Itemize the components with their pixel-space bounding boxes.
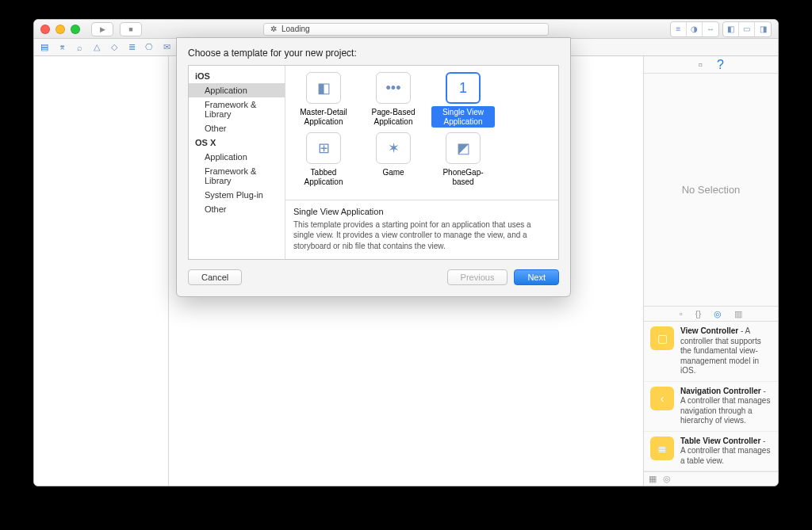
navigator-panel bbox=[34, 56, 169, 486]
code-snippet-lib-icon[interactable]: {} bbox=[695, 309, 701, 318]
lib-filter-icon[interactable]: ◎ bbox=[663, 474, 671, 484]
assistant-editor-icon[interactable]: ◑ bbox=[687, 22, 703, 36]
standard-editor-icon[interactable]: ≡ bbox=[671, 22, 687, 36]
template-label: Tabbed Application bbox=[292, 166, 355, 188]
issue-nav-icon[interactable]: △ bbox=[91, 42, 102, 52]
media-lib-icon[interactable]: ▥ bbox=[734, 309, 742, 319]
library-item-icon: ≣ bbox=[650, 437, 674, 460]
find-nav-icon[interactable]: ⌕ bbox=[74, 43, 85, 52]
zoom-window[interactable] bbox=[71, 25, 80, 34]
template-label: Master-Detail Application bbox=[292, 106, 355, 128]
template-icon: ••• bbox=[376, 72, 411, 104]
test-nav-icon[interactable]: ◇ bbox=[109, 42, 120, 52]
template-icon: ✶ bbox=[376, 132, 411, 164]
cancel-button[interactable]: Cancel bbox=[188, 269, 242, 285]
library-item-icon: ▢ bbox=[650, 326, 674, 350]
quickhelp-inspector-icon[interactable]: ? bbox=[717, 58, 724, 72]
category-item[interactable]: Application bbox=[189, 150, 285, 164]
minimize-window[interactable] bbox=[56, 25, 65, 34]
library-item-icon: ‹ bbox=[650, 387, 674, 410]
template-item[interactable]: ⊞ Tabbed Application bbox=[292, 132, 355, 188]
library-item[interactable]: ‹ Navigation Controller - A controller t… bbox=[644, 382, 778, 432]
template-grid: ◧ Master-Detail Application••• Page-Base… bbox=[285, 66, 558, 200]
category-item[interactable]: Other bbox=[189, 202, 285, 216]
desc-body: This template provides a starting point … bbox=[293, 219, 550, 252]
inspector-empty: No Selection bbox=[644, 74, 778, 306]
library-item-text: Navigation Controller - A controller tha… bbox=[680, 387, 772, 426]
template-item[interactable]: ◩ PhoneGap-based bbox=[431, 132, 495, 188]
run-button[interactable]: ▶ bbox=[91, 22, 113, 36]
library-item-text: View Controller - A controller that supp… bbox=[680, 326, 772, 376]
stop-button[interactable]: ■ bbox=[120, 22, 142, 36]
library-footer: ▦ ◎ bbox=[644, 471, 778, 486]
category-sidebar: iOSApplicationFramework & LibraryOtherOS… bbox=[189, 66, 285, 259]
library-list[interactable]: ▢ View Controller - A controller that su… bbox=[644, 322, 778, 471]
category-item[interactable]: Other bbox=[189, 121, 285, 135]
template-item[interactable]: 1 Single View Application bbox=[431, 72, 495, 128]
editor-mode-seg[interactable]: ≡ ◑ ↔ bbox=[670, 21, 719, 37]
no-selection-label: No Selection bbox=[682, 184, 741, 196]
library-item-text: Table View Controller - A controller tha… bbox=[680, 437, 772, 467]
template-label: Game bbox=[380, 166, 406, 179]
category-item[interactable]: Framework & Library bbox=[189, 164, 285, 188]
template-item[interactable]: ••• Page-Based Application bbox=[362, 72, 425, 128]
file-template-lib-icon[interactable]: ▫ bbox=[680, 309, 683, 318]
category-item[interactable]: Application bbox=[189, 83, 285, 97]
template-description: Single View Application This template pr… bbox=[285, 200, 558, 260]
inspector-panel: ▫ ? No Selection ▫ {} ◎ ▥ ▢ View Control… bbox=[643, 56, 778, 486]
category-header: iOS bbox=[189, 69, 285, 83]
toggle-utilities-icon[interactable]: ◨ bbox=[755, 22, 771, 36]
desc-heading: Single View Application bbox=[293, 207, 550, 216]
category-item[interactable]: Framework & Library bbox=[189, 97, 285, 121]
toggle-debug-icon[interactable]: ▭ bbox=[739, 22, 755, 36]
next-button[interactable]: Next bbox=[514, 269, 559, 285]
activity-text: Loading bbox=[282, 25, 310, 33]
traffic-lights bbox=[40, 25, 80, 34]
template-icon: ◩ bbox=[446, 132, 481, 164]
library-item[interactable]: ▢ View Controller - A controller that su… bbox=[644, 322, 778, 382]
sheet-title: Choose a template for your new project: bbox=[188, 48, 559, 59]
template-icon: ◧ bbox=[306, 72, 341, 104]
library-tabs: ▫ {} ◎ ▥ bbox=[644, 306, 778, 322]
activity-viewer: ✲ Loading bbox=[263, 23, 549, 36]
template-label: Single View Application bbox=[431, 106, 495, 128]
lib-grid-icon[interactable]: ▦ bbox=[649, 474, 657, 484]
file-inspector-icon[interactable]: ▫ bbox=[698, 58, 703, 72]
template-item[interactable]: ✶ Game bbox=[362, 132, 425, 188]
category-header: OS X bbox=[189, 135, 285, 150]
report-nav-icon[interactable]: ✉ bbox=[161, 42, 172, 52]
template-icon: 1 bbox=[446, 72, 481, 104]
library-item[interactable]: ≣ Table View Controller - A controller t… bbox=[644, 432, 778, 472]
breakpoint-nav-icon[interactable]: ⎔ bbox=[144, 42, 155, 52]
symbol-nav-icon[interactable]: ⌆ bbox=[56, 42, 67, 52]
spinner-icon: ✲ bbox=[270, 25, 277, 33]
inspector-tabs: ▫ ? bbox=[644, 56, 778, 74]
category-item[interactable]: System Plug-in bbox=[189, 188, 285, 202]
previous-button: Previous bbox=[447, 269, 508, 285]
template-label: Page-Based Application bbox=[362, 106, 425, 128]
toggle-navigator-icon[interactable]: ◧ bbox=[723, 22, 739, 36]
titlebar: ▶ ■ ✲ Loading ≡ ◑ ↔ ◧ ▭ ◨ bbox=[34, 20, 778, 39]
template-icon: ⊞ bbox=[306, 132, 341, 164]
object-lib-icon[interactable]: ◎ bbox=[714, 309, 722, 319]
close-window[interactable] bbox=[40, 25, 50, 34]
panel-toggle-seg[interactable]: ◧ ▭ ◨ bbox=[722, 21, 772, 37]
debug-nav-icon[interactable]: ≣ bbox=[126, 42, 137, 52]
template-label: PhoneGap-based bbox=[431, 166, 495, 188]
template-item[interactable]: ◧ Master-Detail Application bbox=[292, 72, 355, 128]
new-project-sheet: Choose a template for your new project: … bbox=[176, 37, 571, 297]
project-nav-icon[interactable]: ▤ bbox=[39, 42, 50, 52]
version-editor-icon[interactable]: ↔ bbox=[703, 22, 718, 36]
